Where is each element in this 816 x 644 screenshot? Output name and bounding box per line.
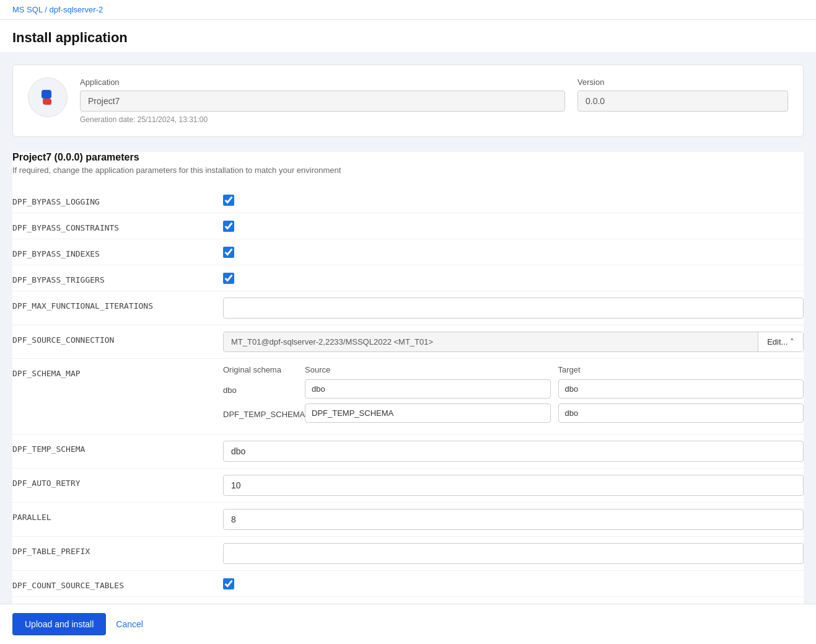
breadcrumb-separator: /: [45, 5, 47, 14]
checkbox-bypass-triggers[interactable]: [223, 273, 234, 284]
param-label-max-functional-iterations: DPF_MAX_FUNCTIONAL_ITERATIONS: [12, 298, 211, 311]
edit-connection-button[interactable]: Edit... ˄: [758, 332, 803, 351]
param-row-source-connection: DPF_SOURCE_CONNECTION Edit... ˄: [12, 325, 804, 359]
app-version: Version: [577, 77, 788, 112]
input-temp-schema[interactable]: [223, 441, 804, 462]
checkbox-bypass-constraints[interactable]: [223, 221, 234, 232]
upload-install-button[interactable]: Upload and install: [12, 613, 106, 635]
param-value-bypass-triggers: [223, 271, 804, 284]
param-value-bypass-constraints: [223, 219, 804, 232]
schema-target-temp[interactable]: [558, 404, 804, 423]
schema-header-original: Original schema: [223, 365, 297, 374]
app-logo: [28, 77, 68, 117]
param-value-max-functional-iterations: [223, 298, 804, 319]
param-value-schema-map: Original schema Source Target dbo DPF_TE…: [223, 365, 804, 428]
param-value-table-prefix: [223, 543, 804, 564]
app-card: Application Generation date: 25/11/2024,…: [12, 64, 804, 137]
app-logo-icon: [35, 85, 60, 110]
main-content: Application Generation date: 25/11/2024,…: [0, 52, 816, 644]
param-row-bypass-indexes: DPF_BYPASS_INDEXES: [12, 239, 804, 265]
param-label-temp-schema: DPF_TEMP_SCHEMA: [12, 441, 211, 454]
input-max-functional-iterations[interactable]: [223, 298, 804, 319]
param-row-parallel: PARALLEL: [12, 503, 804, 537]
param-row-schema-map: DPF_SCHEMA_MAP Original schema Source Ta…: [12, 359, 804, 434]
page-title: Install application: [12, 30, 804, 46]
param-value-source-connection: Edit... ˄: [223, 332, 804, 352]
param-label-source-connection: DPF_SOURCE_CONNECTION: [12, 332, 211, 345]
section-subtitle: If required, change the application para…: [12, 165, 804, 175]
param-label-bypass-indexes: DPF_BYPASS_INDEXES: [12, 245, 211, 258]
version-label: Version: [577, 77, 788, 87]
param-row-max-functional-iterations: DPF_MAX_FUNCTIONAL_ITERATIONS: [12, 291, 804, 325]
generation-date: Generation date: 25/11/2024, 13:31:00: [80, 115, 565, 124]
param-value-parallel: [223, 509, 804, 530]
checkbox-bypass-logging[interactable]: [223, 195, 234, 206]
param-label-bypass-constraints: DPF_BYPASS_CONSTRAINTS: [12, 219, 211, 232]
param-label-bypass-logging: DPF_BYPASS_LOGGING: [12, 193, 211, 206]
breadcrumb-current: dpf-sqlserver-2: [50, 5, 103, 14]
param-value-count-source-tables: [223, 577, 804, 589]
section-title: Project7 (0.0.0) parameters: [12, 152, 804, 163]
schema-row-dbo: dbo: [223, 379, 804, 399]
param-row-bypass-triggers: DPF_BYPASS_TRIGGERS: [12, 265, 804, 291]
schema-header-target: Target: [558, 365, 804, 374]
connection-text-input[interactable]: [224, 332, 758, 351]
cancel-button[interactable]: Cancel: [116, 619, 143, 629]
param-value-bypass-logging: [223, 193, 804, 206]
param-row-table-prefix: DPF_TABLE_PREFIX: [12, 537, 804, 571]
param-value-temp-schema: [223, 441, 804, 462]
connection-field: Edit... ˄: [223, 332, 804, 352]
footer-bar: Upload and install Cancel: [0, 604, 816, 644]
application-label: Application: [80, 77, 565, 87]
param-label-table-prefix: DPF_TABLE_PREFIX: [12, 543, 211, 556]
page-header: Install application: [0, 20, 816, 52]
param-label-parallel: PARALLEL: [12, 509, 211, 522]
input-parallel[interactable]: [223, 509, 804, 530]
param-row-temp-schema: DPF_TEMP_SCHEMA: [12, 434, 804, 469]
schema-header-source: Source: [305, 365, 551, 374]
param-label-count-source-tables: DPF_COUNT_SOURCE_TABLES: [12, 577, 211, 590]
input-auto-retry[interactable]: [223, 475, 804, 496]
input-table-prefix[interactable]: [223, 543, 804, 564]
param-row-bypass-constraints: DPF_BYPASS_CONSTRAINTS: [12, 213, 804, 239]
app-info: Application Generation date: 25/11/2024,…: [80, 77, 565, 124]
schema-orig-temp: DPF_TEMP_SCHEMA: [223, 407, 297, 419]
param-row-auto-retry: DPF_AUTO_RETRY: [12, 469, 804, 503]
param-value-auto-retry: [223, 475, 804, 496]
params-section: Project7 (0.0.0) parameters If required,…: [12, 152, 804, 644]
schema-source-dbo[interactable]: [305, 379, 551, 399]
breadcrumb: MS SQL / dpf-sqlserver-2: [0, 0, 816, 20]
version-input[interactable]: [577, 90, 788, 112]
schema-row-temp: DPF_TEMP_SCHEMA: [223, 404, 804, 423]
param-row-count-source-tables: DPF_COUNT_SOURCE_TABLES: [12, 571, 804, 597]
param-row-bypass-logging: DPF_BYPASS_LOGGING: [12, 187, 804, 213]
param-label-auto-retry: DPF_AUTO_RETRY: [12, 475, 211, 488]
checkbox-bypass-indexes[interactable]: [223, 247, 234, 258]
param-label-schema-map: DPF_SCHEMA_MAP: [12, 365, 211, 378]
param-label-bypass-triggers: DPF_BYPASS_TRIGGERS: [12, 271, 211, 285]
schema-orig-dbo: dbo: [223, 383, 297, 395]
edit-connection-label: Edit... ˄: [767, 337, 794, 346]
application-input[interactable]: [80, 90, 565, 112]
breadcrumb-parent-link[interactable]: MS SQL: [12, 5, 43, 14]
checkbox-count-source-tables[interactable]: [223, 578, 234, 589]
schema-map-header: Original schema Source Target: [223, 365, 804, 374]
schema-target-dbo[interactable]: [558, 379, 804, 399]
schema-source-temp[interactable]: [305, 404, 551, 423]
param-value-bypass-indexes: [223, 245, 804, 258]
